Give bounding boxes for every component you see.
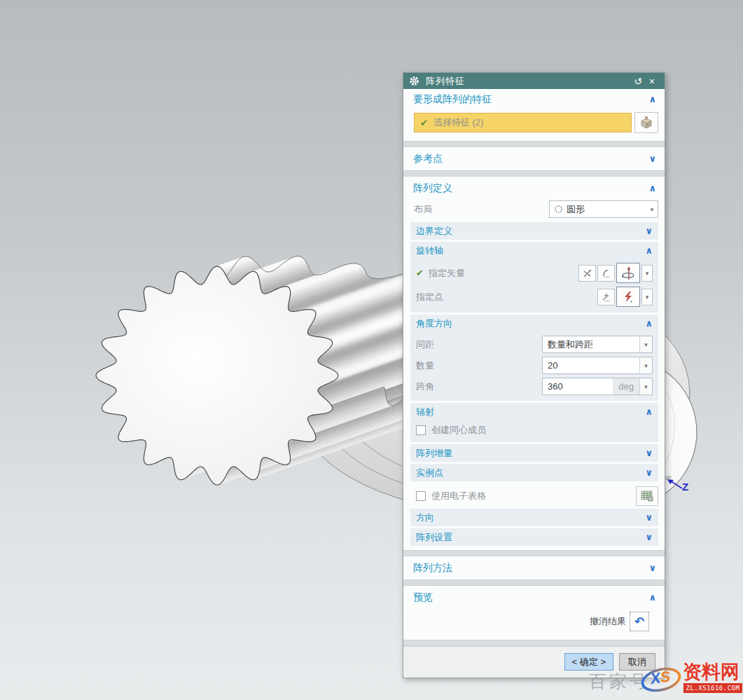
subsection-orientation[interactable]: 方向 ∨ bbox=[410, 509, 658, 526]
group-angular-direction: 角度方向 ∧ 间距 数量和跨距 ▾ 数量 20 ▾ 跨角 36 bbox=[410, 315, 658, 401]
span-angle-unit: deg bbox=[613, 378, 639, 394]
chevron-up-icon[interactable]: ∧ bbox=[645, 246, 653, 255]
spacing-value: 数量和跨距 bbox=[543, 338, 639, 351]
chevron-down-icon[interactable]: ∨ bbox=[645, 448, 653, 458]
subsection-title: 阵列设置 bbox=[416, 531, 645, 544]
subsection-title: 实例点 bbox=[416, 467, 645, 479]
feature-cube-button[interactable] bbox=[634, 112, 658, 133]
rotation-axis-icon bbox=[620, 266, 637, 281]
lightning-icon bbox=[621, 290, 635, 304]
use-spreadsheet-label: 使用电子表格 bbox=[431, 490, 633, 502]
subsection-instance-points[interactable]: 实例点 ∨ bbox=[410, 464, 658, 481]
span-angle-input[interactable]: 360 deg ▾ bbox=[542, 378, 653, 395]
pattern-feature-dialog: 阵列特征 ↺ × 要形成阵列的特征 ∧ ✔ 选择特征 (2) 参考点 ∨ 阵列定… bbox=[403, 72, 665, 678]
separator bbox=[403, 550, 665, 556]
cube-icon bbox=[639, 116, 653, 130]
create-concentric-label: 创建同心成员 bbox=[431, 424, 653, 437]
site-domain: ZL.XS1616.COM bbox=[683, 683, 742, 693]
chevron-down-icon[interactable]: ∨ bbox=[648, 563, 656, 572]
subsection-title: 角度方向 bbox=[416, 317, 645, 330]
section-preview[interactable]: 预览 ∧ bbox=[403, 587, 665, 608]
count-input[interactable]: 20 ▾ bbox=[542, 357, 653, 374]
close-icon[interactable]: × bbox=[645, 76, 659, 87]
specify-point-label: 指定点 bbox=[416, 291, 596, 303]
subsection-title: 旋转轴 bbox=[416, 245, 645, 257]
use-spreadsheet-row: 使用电子表格 bbox=[410, 483, 658, 509]
spacing-label: 间距 bbox=[416, 338, 542, 351]
separator bbox=[403, 141, 665, 147]
inferred-vector-button[interactable] bbox=[578, 265, 596, 282]
create-concentric-checkbox[interactable] bbox=[416, 425, 426, 435]
point-options-caret[interactable]: ▾ bbox=[641, 289, 653, 306]
section-title: 阵列定义 bbox=[413, 182, 648, 195]
undo-result-button[interactable]: ↶ bbox=[630, 612, 649, 631]
spacing-dropdown[interactable]: 数量和跨距 ▾ bbox=[542, 336, 653, 353]
dialog-titlebar[interactable]: 阵列特征 ↺ × bbox=[403, 73, 665, 89]
caret-down-icon[interactable]: ▾ bbox=[639, 378, 652, 394]
section-features-to-pattern[interactable]: 要形成阵列的特征 ∧ bbox=[403, 89, 665, 109]
chevron-down-icon[interactable]: ∨ bbox=[645, 513, 653, 522]
caret-down-icon[interactable]: ▾ bbox=[639, 357, 652, 373]
chevron-up-icon[interactable]: ∧ bbox=[648, 593, 656, 602]
span-angle-label: 跨角 bbox=[416, 380, 542, 393]
reset-icon[interactable]: ↺ bbox=[631, 76, 645, 87]
chevron-up-icon[interactable]: ∧ bbox=[645, 407, 653, 416]
separator bbox=[403, 640, 665, 646]
count-label: 数量 bbox=[416, 359, 542, 372]
section-title: 参考点 bbox=[413, 153, 648, 165]
specify-vector-label: 指定矢量 bbox=[429, 267, 577, 280]
layout-label: 布局 bbox=[414, 203, 549, 216]
chevron-down-icon[interactable]: ∨ bbox=[648, 154, 656, 163]
point-dialog-button[interactable] bbox=[597, 289, 615, 306]
crossed-arrows-icon bbox=[582, 268, 593, 279]
section-title: 预览 bbox=[413, 591, 648, 604]
chevron-up-icon[interactable]: ∧ bbox=[648, 184, 656, 193]
spreadsheet-button[interactable] bbox=[636, 486, 658, 506]
subsection-pattern-settings[interactable]: 阵列设置 ∨ bbox=[410, 528, 658, 546]
caret-down-icon[interactable]: ▾ bbox=[639, 336, 652, 352]
ok-button[interactable]: < 确定 > bbox=[564, 653, 613, 671]
check-icon: ✔ bbox=[420, 118, 428, 128]
selected-vector-axis-button[interactable] bbox=[616, 263, 640, 283]
subsection-title: 边界定义 bbox=[416, 225, 645, 238]
subsection-rotation-axis[interactable]: 旋转轴 ∧ bbox=[410, 242, 658, 259]
undo-result-label: 撤消结果 bbox=[590, 615, 626, 628]
separator bbox=[403, 170, 665, 177]
group-rotation-axis: 旋转轴 ∧ ✔ 指定矢量 bbox=[410, 242, 658, 313]
count-value: 20 bbox=[543, 360, 639, 371]
section-pattern-method[interactable]: 阵列方法 ∨ bbox=[403, 558, 665, 578]
layout-value: 圆形 bbox=[567, 203, 585, 216]
group-radiate: 辐射 ∧ 创建同心成员 bbox=[410, 403, 658, 442]
xs-logo-text: XS bbox=[649, 668, 671, 687]
subsection-pattern-increment[interactable]: 阵列增量 ∨ bbox=[410, 444, 658, 462]
section-pattern-definition[interactable]: 阵列定义 ∧ bbox=[403, 178, 665, 198]
inferred-point-button[interactable] bbox=[616, 287, 640, 307]
span-angle-value: 360 bbox=[543, 381, 613, 392]
vector-dialog-icon bbox=[601, 268, 612, 279]
separator bbox=[403, 579, 665, 586]
use-spreadsheet-checkbox[interactable] bbox=[416, 491, 426, 501]
vector-options-caret[interactable]: ▾ bbox=[641, 265, 653, 282]
subsection-angular-direction[interactable]: 角度方向 ∧ bbox=[410, 315, 658, 332]
vector-dialog-button[interactable] bbox=[597, 265, 615, 282]
section-title: 要形成阵列的特征 bbox=[413, 93, 648, 106]
chevron-down-icon[interactable]: ∨ bbox=[645, 533, 653, 542]
undo-arrow-icon: ↶ bbox=[634, 615, 644, 629]
site-name: 资料网 bbox=[683, 659, 739, 685]
z-axis-label: Z bbox=[682, 481, 688, 493]
spreadsheet-icon bbox=[641, 490, 653, 502]
layout-dropdown[interactable]: 圆形 ▾ bbox=[549, 200, 658, 218]
chevron-up-icon[interactable]: ∧ bbox=[645, 319, 653, 328]
chevron-up-icon[interactable]: ∧ bbox=[648, 95, 656, 104]
circular-layout-icon bbox=[554, 205, 563, 214]
subsection-radiate[interactable]: 辐射 ∧ bbox=[410, 403, 658, 420]
select-feature-field[interactable]: ✔ 选择特征 (2) bbox=[414, 113, 632, 132]
gear-icon bbox=[409, 76, 419, 86]
subsection-title: 辐射 bbox=[416, 406, 645, 418]
caret-down-icon[interactable]: ▾ bbox=[646, 206, 658, 213]
chevron-down-icon[interactable]: ∨ bbox=[645, 226, 653, 235]
chevron-down-icon[interactable]: ∨ bbox=[645, 468, 653, 477]
subsection-boundary-definition[interactable]: 边界定义 ∨ bbox=[410, 222, 658, 240]
section-title: 阵列方法 bbox=[413, 562, 648, 575]
section-reference-point[interactable]: 参考点 ∨ bbox=[403, 149, 665, 169]
